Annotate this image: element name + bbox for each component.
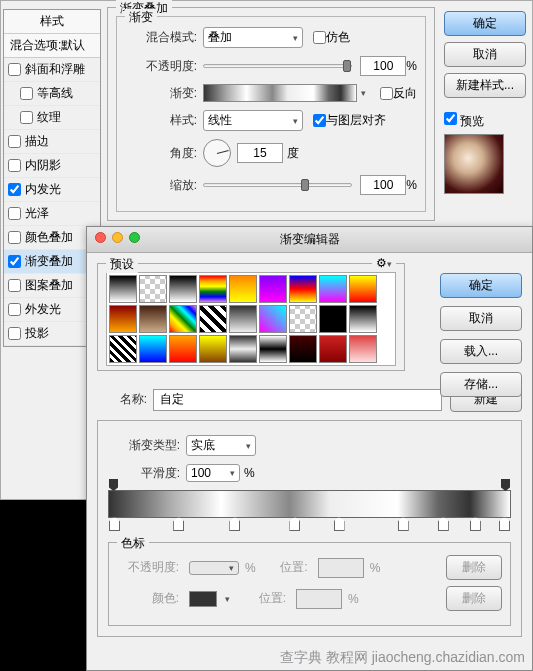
name-label: 名称:: [97, 391, 147, 408]
style-item[interactable]: 纹理: [4, 106, 100, 130]
preset-swatch[interactable]: [139, 275, 167, 303]
blend-options-header[interactable]: 混合选项:默认: [4, 34, 100, 58]
preset-swatch[interactable]: [229, 335, 257, 363]
gradient-dropdown-icon[interactable]: ▾: [361, 88, 366, 98]
style-checkbox[interactable]: [8, 183, 21, 196]
preset-swatch[interactable]: [169, 305, 197, 333]
delete-color-stop: 删除: [446, 586, 502, 611]
gradient-picker[interactable]: [203, 84, 357, 102]
preset-swatch[interactable]: [349, 275, 377, 303]
editor-cancel-button[interactable]: 取消: [440, 306, 522, 331]
style-item-label: 渐变叠加: [25, 253, 73, 270]
blend-mode-dropdown[interactable]: 叠加▾: [203, 27, 303, 48]
preset-swatch[interactable]: [289, 275, 317, 303]
style-checkbox[interactable]: [8, 159, 21, 172]
preset-swatch[interactable]: [349, 305, 377, 333]
stop-opacity-label: 不透明度:: [117, 559, 179, 576]
preset-swatch[interactable]: [139, 335, 167, 363]
preview-checkbox[interactable]: 预览: [444, 114, 484, 128]
preset-swatch[interactable]: [289, 335, 317, 363]
style-checkbox[interactable]: [8, 255, 21, 268]
close-icon[interactable]: [95, 232, 106, 243]
smoothness-dropdown[interactable]: 100▾: [186, 464, 240, 482]
style-item-label: 颜色叠加: [25, 229, 73, 246]
preset-swatch[interactable]: [349, 335, 377, 363]
preset-swatch[interactable]: [319, 335, 347, 363]
opacity-position-input: [318, 558, 364, 578]
style-item-label: 光泽: [25, 205, 49, 222]
preset-swatch[interactable]: [139, 305, 167, 333]
cancel-button[interactable]: 取消: [444, 42, 526, 67]
preset-swatch[interactable]: [109, 305, 137, 333]
window-titlebar[interactable]: 渐变编辑器: [87, 227, 532, 253]
preset-swatch[interactable]: [259, 305, 287, 333]
grad-type-label: 渐变类型:: [108, 437, 180, 454]
style-checkbox[interactable]: [8, 303, 21, 316]
stops-panel: 色标 不透明度: ▾ % 位置: % 删除 颜色: ▾ 位置: % 删除: [108, 542, 511, 626]
ok-button[interactable]: 确定: [444, 11, 526, 36]
style-checkbox[interactable]: [8, 231, 21, 244]
new-style-button[interactable]: 新建样式...: [444, 73, 526, 98]
align-layer-checkbox[interactable]: 与图层对齐: [313, 112, 386, 129]
style-checkbox[interactable]: [8, 207, 21, 220]
zoom-icon[interactable]: [129, 232, 140, 243]
style-checkbox[interactable]: [8, 135, 21, 148]
preset-swatch[interactable]: [319, 275, 347, 303]
style-checkbox[interactable]: [8, 327, 21, 340]
preset-swatch[interactable]: [109, 335, 137, 363]
gradient-inner-title: 渐变: [125, 9, 157, 26]
preset-swatch[interactable]: [199, 305, 227, 333]
reverse-checkbox[interactable]: 反向: [380, 85, 417, 102]
preset-swatch[interactable]: [319, 305, 347, 333]
opacity-input[interactable]: [360, 56, 406, 76]
preset-swatch[interactable]: [289, 305, 317, 333]
scale-input[interactable]: [360, 175, 406, 195]
style-item[interactable]: 描边: [4, 130, 100, 154]
preset-swatch[interactable]: [229, 275, 257, 303]
load-button[interactable]: 载入...: [440, 339, 522, 364]
style-checkbox[interactable]: [20, 111, 33, 124]
preset-swatch[interactable]: [259, 335, 287, 363]
chevron-down-icon: ▾: [293, 33, 298, 43]
minimize-icon[interactable]: [112, 232, 123, 243]
style-item[interactable]: 等高线: [4, 82, 100, 106]
style-checkbox[interactable]: [8, 63, 21, 76]
stops-label: 色标: [117, 535, 149, 552]
grad-type-dropdown[interactable]: 实底▾: [186, 435, 256, 456]
style-item-label: 描边: [25, 133, 49, 150]
color-swatch[interactable]: [189, 591, 217, 607]
style-checkbox[interactable]: [20, 87, 33, 100]
style-item-label: 等高线: [37, 85, 73, 102]
gradient-editor-bar[interactable]: [108, 490, 511, 518]
style-checkbox[interactable]: [8, 279, 21, 292]
style-item[interactable]: 斜面和浮雕: [4, 58, 100, 82]
opacity-slider[interactable]: [203, 64, 352, 68]
style-dropdown[interactable]: 线性▾: [203, 110, 303, 131]
preset-swatch[interactable]: [259, 275, 287, 303]
preview-swatch: [444, 134, 504, 194]
preset-swatch[interactable]: [199, 275, 227, 303]
preset-swatch[interactable]: [109, 275, 137, 303]
editor-buttons: 确定 取消 载入... 存储...: [440, 273, 522, 397]
scale-slider[interactable]: [203, 183, 352, 187]
save-button[interactable]: 存储...: [440, 372, 522, 397]
preset-swatch[interactable]: [169, 275, 197, 303]
name-input[interactable]: [153, 389, 442, 411]
preset-swatch[interactable]: [229, 305, 257, 333]
style-item[interactable]: 光泽: [4, 202, 100, 226]
chevron-down-icon: ▾: [230, 468, 235, 478]
style-item[interactable]: 内发光: [4, 178, 100, 202]
editor-ok-button[interactable]: 确定: [440, 273, 522, 298]
opacity-position-label: 位置:: [260, 559, 308, 576]
style-item[interactable]: 内阴影: [4, 154, 100, 178]
angle-wheel[interactable]: [203, 139, 231, 167]
blend-mode-label: 混合模式:: [125, 29, 197, 46]
preset-swatch[interactable]: [199, 335, 227, 363]
angle-input[interactable]: [237, 143, 283, 163]
dither-checkbox[interactable]: 仿色: [313, 29, 350, 46]
preset-swatch[interactable]: [169, 335, 197, 363]
opacity-label: 不透明度:: [125, 58, 197, 75]
style-item-label: 斜面和浮雕: [25, 61, 85, 78]
style-item-label: 投影: [25, 325, 49, 342]
gear-icon[interactable]: ⚙▾: [372, 256, 396, 270]
